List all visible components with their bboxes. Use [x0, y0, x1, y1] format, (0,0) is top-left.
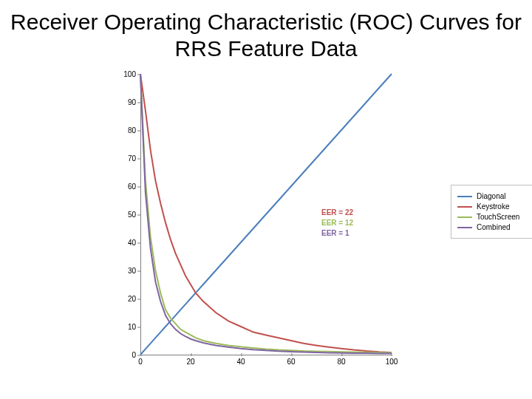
y-tick: 60 [114, 183, 136, 191]
legend-swatch [457, 227, 472, 228]
y-tick: 50 [114, 211, 136, 219]
legend-swatch [457, 216, 472, 218]
eer-touchscreen: EER = 12 [321, 219, 353, 227]
y-tick: 80 [114, 126, 136, 134]
x-tick: 80 [337, 358, 345, 366]
legend-label: Keystroke [477, 202, 509, 211]
y-tick: 100 [114, 70, 136, 78]
x-tick: 100 [386, 358, 398, 366]
legend-label: TouchScreen [477, 213, 519, 221]
y-tick: 90 [114, 98, 136, 106]
x-tick: 20 [186, 358, 194, 366]
x-tick: 40 [236, 358, 245, 366]
legend-swatch [457, 206, 472, 208]
legend-swatch [457, 196, 472, 197]
roc-chart: 0 10 20 30 40 50 60 70 80 90 100 0 20 40… [111, 74, 510, 377]
legend: Diagonal Keystroke TouchScreen Combined [451, 185, 532, 239]
legend-label: Combined [477, 223, 511, 231]
eer-combined: EER = 1 [321, 229, 349, 237]
x-tick: 0 [138, 358, 143, 366]
roc-curves [140, 74, 392, 355]
legend-label: Diagonal [477, 192, 505, 200]
legend-item-keystroke: Keystroke [457, 202, 532, 211]
x-tick: 60 [287, 358, 295, 366]
y-tick: 40 [114, 239, 136, 247]
legend-item-touchscreen: TouchScreen [457, 213, 532, 221]
y-tick: 30 [114, 267, 136, 275]
page-title: Receiver Operating Characteristic (ROC) … [0, 9, 532, 62]
series-diagonal [140, 74, 392, 355]
y-tick: 0 [114, 351, 136, 359]
y-tick: 10 [114, 323, 136, 331]
y-tick: 70 [114, 154, 136, 163]
legend-item-diagonal: Diagonal [457, 192, 532, 200]
x-axis [140, 355, 392, 355]
y-tick: 20 [114, 295, 136, 303]
eer-keystroke: EER = 22 [321, 208, 353, 216]
legend-item-combined: Combined [457, 223, 532, 231]
